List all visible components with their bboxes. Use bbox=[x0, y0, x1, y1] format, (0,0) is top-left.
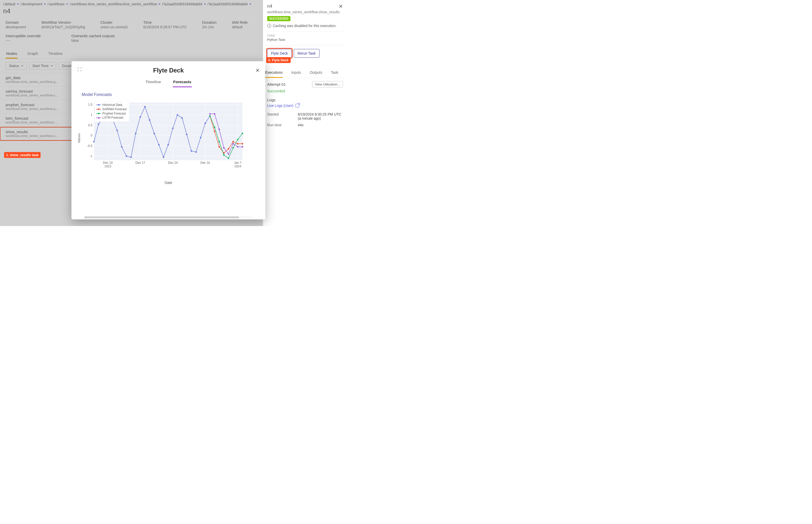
svg-point-45 bbox=[186, 134, 188, 135]
svg-text:0.5: 0.5 bbox=[88, 124, 92, 127]
svg-text:2023: 2023 bbox=[104, 165, 111, 168]
svg-point-36 bbox=[144, 106, 146, 108]
svg-point-65 bbox=[237, 139, 239, 140]
svg-point-49 bbox=[205, 122, 206, 124]
side-panel: n4 ✕ workflows.time_series_workflow.show… bbox=[263, 0, 347, 226]
svg-point-39 bbox=[158, 144, 160, 145]
svg-point-25 bbox=[93, 141, 95, 142]
attempt-label: Attempt 01 bbox=[267, 82, 286, 86]
svg-point-66 bbox=[242, 133, 243, 134]
svg-point-42 bbox=[172, 128, 174, 129]
expand-icon[interactable] bbox=[78, 67, 82, 72]
svg-point-57 bbox=[237, 143, 239, 144]
svg-point-37 bbox=[149, 119, 150, 121]
svg-text:-1: -1 bbox=[90, 154, 92, 158]
svg-point-34 bbox=[135, 133, 136, 134]
flyte-deck-button[interactable]: Flyte Deck bbox=[267, 49, 292, 58]
svg-point-41 bbox=[167, 144, 169, 145]
svg-point-67 bbox=[209, 113, 211, 115]
modal-tabs: Timeline Forecasts bbox=[71, 78, 265, 87]
cache-text: Caching was disabled for this execution. bbox=[273, 24, 337, 28]
rerun-task-button[interactable]: Rerun Task bbox=[294, 49, 320, 58]
svg-point-38 bbox=[153, 133, 155, 134]
svg-point-31 bbox=[121, 146, 123, 148]
chart: Values -1-0.500.511.5Dec 102023Dec 17Dec… bbox=[82, 100, 245, 177]
svg-point-73 bbox=[237, 146, 239, 148]
svg-point-61 bbox=[218, 141, 220, 142]
flyte-deck-modal: Flyte Deck ✕ Timeline Forecasts Model Fo… bbox=[71, 61, 265, 219]
chart-title: Model Forecasts bbox=[82, 92, 255, 97]
svg-point-33 bbox=[130, 157, 132, 158]
svg-point-71 bbox=[228, 153, 229, 155]
svg-text:Jan 7: Jan 7 bbox=[234, 161, 242, 165]
svg-point-53 bbox=[218, 146, 220, 148]
svg-point-26 bbox=[98, 124, 99, 125]
external-link-icon bbox=[295, 104, 299, 108]
live-logs-link[interactable]: Live Logs (User) bbox=[267, 103, 343, 108]
logs-header: Logs bbox=[267, 98, 343, 102]
annotation-1: 1. show_results task bbox=[4, 152, 40, 158]
svg-point-55 bbox=[228, 148, 229, 150]
info-icon: i bbox=[267, 24, 271, 28]
svg-point-74 bbox=[242, 146, 243, 148]
status-badge: SUCCEEDED bbox=[267, 16, 290, 21]
svg-text:1: 1 bbox=[91, 113, 92, 117]
modal-title: Flyte Deck bbox=[153, 67, 184, 74]
svg-text:Dec 31: Dec 31 bbox=[200, 161, 210, 165]
view-utilization-button[interactable]: View Utilization... bbox=[312, 81, 343, 87]
svg-point-59 bbox=[209, 115, 211, 117]
y-axis-label: Values bbox=[77, 133, 81, 143]
svg-point-72 bbox=[232, 143, 234, 144]
svg-point-52 bbox=[214, 131, 215, 132]
svg-text:1.5: 1.5 bbox=[88, 103, 92, 107]
annotation-2: 2. Flyte Deck bbox=[266, 57, 291, 63]
svg-point-35 bbox=[140, 116, 141, 118]
svg-point-62 bbox=[223, 154, 225, 156]
close-icon[interactable]: ✕ bbox=[256, 67, 260, 73]
svg-point-43 bbox=[177, 114, 178, 116]
close-icon[interactable]: ✕ bbox=[339, 4, 343, 9]
svg-point-58 bbox=[242, 143, 243, 144]
svg-point-70 bbox=[223, 147, 225, 149]
side-tab-task[interactable]: Task bbox=[331, 69, 338, 78]
svg-text:Dec 24: Dec 24 bbox=[168, 161, 178, 165]
svg-point-44 bbox=[181, 117, 183, 119]
succeeded-text: Succeeded bbox=[267, 89, 343, 93]
svg-point-68 bbox=[214, 113, 215, 115]
x-axis-label: Date bbox=[82, 181, 255, 185]
modal-tab-forecasts[interactable]: Forecasts bbox=[173, 78, 192, 87]
side-tab-inputs[interactable]: Inputs bbox=[291, 69, 301, 78]
svg-point-63 bbox=[228, 158, 229, 159]
side-tab-outputs[interactable]: Outputs bbox=[310, 69, 322, 78]
svg-point-30 bbox=[116, 130, 118, 131]
modal-tab-timeline[interactable]: Timeline bbox=[145, 78, 162, 87]
svg-text:2024: 2024 bbox=[234, 165, 241, 168]
modal-scrollbar[interactable] bbox=[84, 216, 253, 218]
svg-text:Dec 10: Dec 10 bbox=[103, 161, 113, 165]
svg-text:Dec 17: Dec 17 bbox=[135, 161, 145, 165]
side-panel-title: n4 bbox=[267, 3, 272, 9]
side-panel-subtitle: workflows.time_series_workflow.show_resu… bbox=[267, 10, 343, 14]
chart-legend: Historical Data SARIMA Forecast Prophet … bbox=[94, 101, 129, 122]
side-tab-executions[interactable]: Executions bbox=[265, 69, 282, 78]
svg-point-48 bbox=[200, 137, 201, 138]
svg-text:0: 0 bbox=[91, 134, 92, 137]
svg-text:-0.5: -0.5 bbox=[87, 144, 92, 148]
svg-point-64 bbox=[232, 147, 234, 149]
svg-point-60 bbox=[214, 127, 215, 128]
svg-point-56 bbox=[232, 141, 234, 142]
svg-point-47 bbox=[195, 151, 197, 153]
svg-point-32 bbox=[126, 155, 127, 157]
svg-point-40 bbox=[163, 157, 164, 158]
side-tabs: Executions Inputs Outputs Task bbox=[263, 65, 347, 78]
svg-point-46 bbox=[191, 150, 192, 152]
svg-point-69 bbox=[218, 129, 220, 130]
